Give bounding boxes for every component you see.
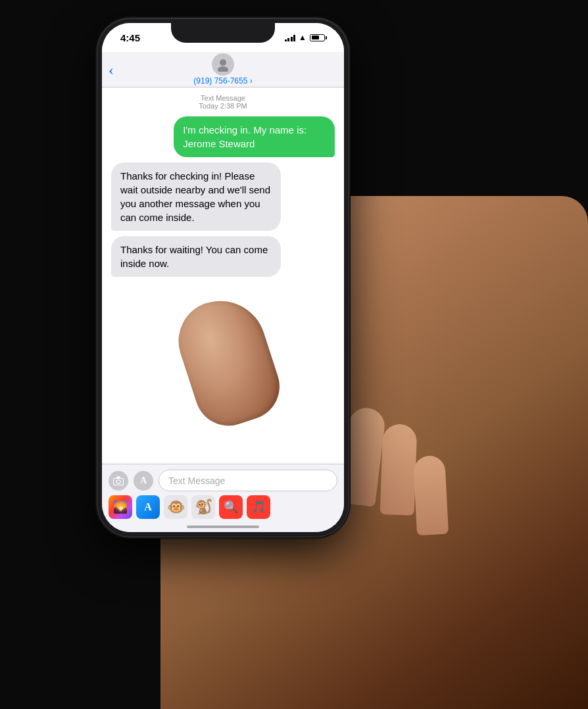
appstore-app-icon: A bbox=[144, 501, 152, 513]
message-input[interactable]: Text Message bbox=[159, 470, 337, 491]
finger-ring bbox=[380, 424, 418, 516]
status-time: 4:45 bbox=[116, 32, 140, 43]
battery-icon bbox=[310, 34, 327, 41]
svg-rect-4 bbox=[116, 476, 120, 478]
notch bbox=[171, 23, 275, 43]
appstore-small-button[interactable]: A bbox=[134, 471, 153, 491]
timestamp-label: Text Message bbox=[111, 94, 335, 102]
contact-number: (919) 756-7655 › bbox=[193, 76, 252, 86]
avatar-icon bbox=[216, 57, 230, 72]
message-input-placeholder: Text Message bbox=[168, 476, 225, 486]
search-app-icon: 🔍 bbox=[224, 500, 238, 514]
timestamp-time: Today 2:38 PM bbox=[111, 102, 335, 110]
svg-point-3 bbox=[116, 479, 120, 483]
signal-icon bbox=[285, 34, 296, 41]
finger-pinky bbox=[413, 455, 449, 535]
music-app-icon: 🎵 bbox=[251, 500, 266, 514]
status-icons: ▲ bbox=[285, 33, 330, 43]
input-row: A Text Message bbox=[102, 464, 344, 494]
back-chevron-icon: ‹ bbox=[109, 62, 114, 78]
monkey-app-button[interactable]: 🐵 bbox=[164, 495, 187, 519]
phone-body: 4:45 ▲ bbox=[97, 18, 349, 537]
bubble-sent-1: I'm checking in. My name is: Jerome Stew… bbox=[174, 116, 335, 157]
nav-bar: ‹ (919) 756-7655 › bbox=[102, 52, 344, 87]
home-indicator bbox=[187, 526, 259, 528]
contact-info[interactable]: (919) 756-7655 › bbox=[193, 53, 252, 86]
contact-number-row: (919) 756-7655 › bbox=[193, 76, 252, 86]
svg-point-0 bbox=[220, 59, 226, 66]
message-row-received-2: Thanks for waiting! You can come inside … bbox=[111, 236, 335, 277]
search-app-button[interactable]: 🔍 bbox=[219, 495, 243, 519]
camera-icon bbox=[113, 476, 124, 485]
wifi-icon: ▲ bbox=[299, 33, 306, 43]
message-row-sent-1: I'm checking in. My name is: Jerome Stew… bbox=[111, 116, 335, 157]
memoji-app-icon: 🐒 bbox=[195, 499, 212, 516]
svg-point-1 bbox=[218, 66, 228, 72]
camera-button[interactable] bbox=[109, 471, 128, 491]
music-app-button[interactable]: 🎵 bbox=[247, 495, 270, 519]
input-area: A Text Message 🌄 A 🐵 🐒 bbox=[102, 464, 344, 532]
bubble-received-2: Thanks for waiting! You can come inside … bbox=[111, 236, 281, 277]
bubble-received-1: Thanks for checking in! Please wait outs… bbox=[111, 162, 281, 231]
memoji-app-button[interactable]: 🐒 bbox=[191, 495, 215, 519]
apps-row: 🌄 A 🐵 🐒 🔍 🎵 bbox=[102, 494, 344, 520]
phone-screen: 4:45 ▲ bbox=[102, 23, 344, 532]
monkey-app-icon: 🐵 bbox=[167, 499, 185, 516]
back-button[interactable]: ‹ bbox=[109, 62, 114, 78]
appstore-app-button[interactable]: A bbox=[136, 495, 160, 519]
message-row-received-1: Thanks for checking in! Please wait outs… bbox=[111, 162, 335, 231]
contact-avatar bbox=[212, 53, 234, 76]
photos-app-icon: 🌄 bbox=[113, 500, 128, 514]
appstore-small-icon: A bbox=[140, 476, 147, 486]
photos-app-button[interactable]: 🌄 bbox=[109, 495, 132, 519]
message-timestamp: Text Message Today 2:38 PM bbox=[111, 94, 335, 110]
